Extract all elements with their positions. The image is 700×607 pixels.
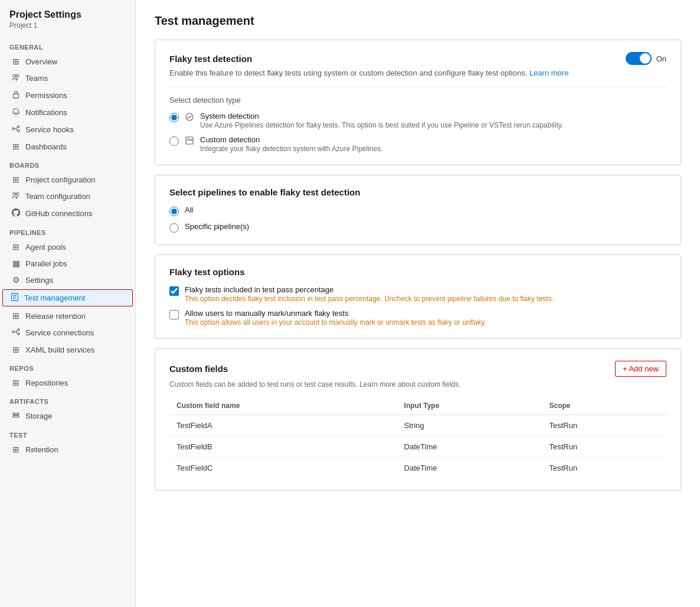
- flaky-detection-desc: Enable this feature to detect flaky test…: [169, 68, 666, 77]
- sidebar-item-label: Team configuration: [25, 192, 90, 201]
- main-content: Test management Flaky test detection On …: [136, 0, 700, 607]
- table-row: TestFieldBDateTimeTestRun: [169, 436, 666, 458]
- custom-fields-header: Custom fields + Add new: [169, 361, 666, 377]
- all-pipelines-radio[interactable]: [169, 207, 179, 216]
- section-header-general: General: [0, 37, 135, 53]
- allow-mark-title: Allow users to manually mark/unmark flak…: [185, 309, 486, 318]
- test-management-icon: [10, 293, 19, 303]
- custom-fields-card: Custom fields + Add new Custom fields ca…: [155, 348, 681, 491]
- sidebar-item-agent-pools[interactable]: ⊞ Agent pools: [0, 239, 135, 255]
- overview-icon: ⊞: [11, 57, 21, 66]
- custom-detection-radio[interactable]: [169, 136, 179, 146]
- pipelines-option-specific: Specific pipeline(s): [169, 222, 666, 233]
- app-subtitle: Project 1: [0, 21, 135, 37]
- sidebar-item-label: Notifications: [25, 108, 67, 117]
- flaky-options-card: Flaky test options Flaky tests included …: [155, 254, 681, 339]
- app-title: Project Settings: [0, 9, 135, 21]
- svg-point-11: [18, 333, 20, 335]
- custom-fields-desc: Custom fields can be added to test runs …: [169, 380, 666, 389]
- retention-icon: ⊞: [11, 445, 21, 454]
- sidebar-item-label: Test management: [24, 293, 85, 302]
- storage-icon: [11, 411, 21, 421]
- sidebar: Project Settings Project 1 General ⊞ Ove…: [0, 0, 136, 607]
- cell-name: TestFieldB: [169, 436, 397, 458]
- allow-mark-content: Allow users to manually mark/unmark flak…: [185, 309, 486, 327]
- sidebar-item-project-configuration[interactable]: ⊞ Project configuration: [0, 171, 135, 188]
- section-header-artifacts: Artifacts: [0, 391, 135, 407]
- add-new-button[interactable]: + Add new: [615, 361, 666, 377]
- permissions-icon: [11, 90, 21, 100]
- sidebar-item-github-connections[interactable]: GitHub connections: [0, 205, 135, 222]
- sidebar-item-permissions[interactable]: Permissions: [0, 87, 135, 104]
- sidebar-item-label: Dashboards: [25, 142, 67, 151]
- svg-point-6: [13, 192, 15, 195]
- sidebar-item-notifications[interactable]: Notifications: [0, 104, 135, 121]
- custom-detection-desc: Integrate your flaky detection system wi…: [200, 145, 383, 153]
- dashboards-icon: ⊞: [11, 142, 21, 151]
- cell-input_type: DateTime: [397, 436, 542, 458]
- custom-detection-title: Custom detection: [200, 135, 383, 144]
- sidebar-item-label: Service hooks: [25, 125, 74, 134]
- cell-scope: TestRun: [542, 458, 667, 479]
- specific-pipelines-radio[interactable]: [169, 223, 179, 233]
- table-header-row: Custom field name Input Type Scope: [169, 397, 666, 415]
- sidebar-item-label: Retention: [25, 445, 58, 454]
- svg-point-3: [12, 128, 15, 130]
- system-detection-radio[interactable]: [169, 113, 179, 122]
- flaky-options-title: Flaky test options: [169, 267, 666, 277]
- flaky-detection-toggle[interactable]: [626, 52, 652, 65]
- system-detection-icon: [185, 112, 194, 123]
- sidebar-item-overview[interactable]: ⊞ Overview: [0, 53, 135, 70]
- sidebar-item-label: GitHub connections: [25, 209, 92, 218]
- svg-point-9: [12, 331, 15, 333]
- select-pipelines-card: Select pipelines to enable flaky test de…: [155, 175, 681, 245]
- sidebar-item-team-configuration[interactable]: Team configuration: [0, 188, 135, 205]
- custom-fields-table: Custom field name Input Type Scope TestF…: [169, 397, 666, 478]
- svg-point-14: [186, 113, 193, 120]
- service-connections-icon: [11, 328, 21, 338]
- allow-mark-checkbox[interactable]: [169, 310, 179, 319]
- settings-icon: ⚙: [11, 275, 21, 285]
- sidebar-item-release-retention[interactable]: ⊞ Release retention: [0, 308, 135, 324]
- svg-point-4: [18, 126, 20, 128]
- cell-scope: TestRun: [542, 436, 667, 458]
- sidebar-item-xaml-build[interactable]: ⊞ XAML build services: [0, 341, 135, 358]
- section-header-repos: Repos: [0, 358, 135, 374]
- svg-point-10: [18, 329, 20, 331]
- sidebar-item-service-connections[interactable]: Service connections: [0, 324, 135, 341]
- service-hooks-icon: [11, 125, 21, 135]
- sidebar-item-label: Settings: [25, 276, 53, 285]
- include-pass-checkbox[interactable]: [169, 286, 179, 296]
- flaky-options-group: Flaky tests included in test pass percen…: [169, 285, 666, 327]
- pipelines-radio-group: All Specific pipeline(s): [169, 205, 666, 233]
- sidebar-item-test-management[interactable]: Test management: [2, 289, 133, 306]
- sidebar-item-dashboards[interactable]: ⊞ Dashboards: [0, 138, 135, 155]
- svg-rect-2: [14, 94, 19, 98]
- learn-more-link[interactable]: Learn more: [529, 68, 568, 77]
- svg-point-1: [16, 74, 18, 77]
- sidebar-item-label: Release retention: [25, 312, 86, 321]
- custom-fields-title: Custom fields: [169, 364, 228, 374]
- sidebar-item-label: Repositories: [25, 378, 68, 387]
- release-retention-icon: ⊞: [11, 311, 21, 321]
- sidebar-item-settings[interactable]: ⚙ Settings: [0, 272, 135, 288]
- table-row: TestFieldCDateTimeTestRun: [169, 458, 666, 479]
- sidebar-item-teams[interactable]: Teams: [0, 70, 135, 87]
- svg-point-5: [18, 130, 20, 132]
- section-header-boards: Boards: [0, 155, 135, 171]
- sidebar-item-label: Parallel jobs: [25, 259, 67, 268]
- sidebar-item-storage[interactable]: Storage: [0, 407, 135, 425]
- sidebar-item-label: Project configuration: [25, 175, 96, 184]
- sidebar-item-repositories[interactable]: ⊞ Repositories: [0, 374, 135, 391]
- sidebar-item-parallel-jobs[interactable]: ▦ Parallel jobs: [0, 255, 135, 272]
- sidebar-item-label: Teams: [25, 74, 48, 83]
- sidebar-item-retention[interactable]: ⊞ Retention: [0, 441, 135, 458]
- sidebar-item-label: Service connections: [25, 328, 94, 337]
- cell-name: TestFieldC: [169, 458, 397, 479]
- detection-option-system: System detection Use Azure Pipelines det…: [169, 112, 666, 129]
- allow-mark-desc: This option allows all users in your acc…: [185, 318, 486, 327]
- section-header-pipelines: Pipelines: [0, 222, 135, 239]
- custom-detection-content: Custom detection Integrate your flaky de…: [200, 135, 383, 153]
- sidebar-item-service-hooks[interactable]: Service hooks: [0, 121, 135, 138]
- sidebar-app-title: Project Settings Project 1: [0, 9, 135, 37]
